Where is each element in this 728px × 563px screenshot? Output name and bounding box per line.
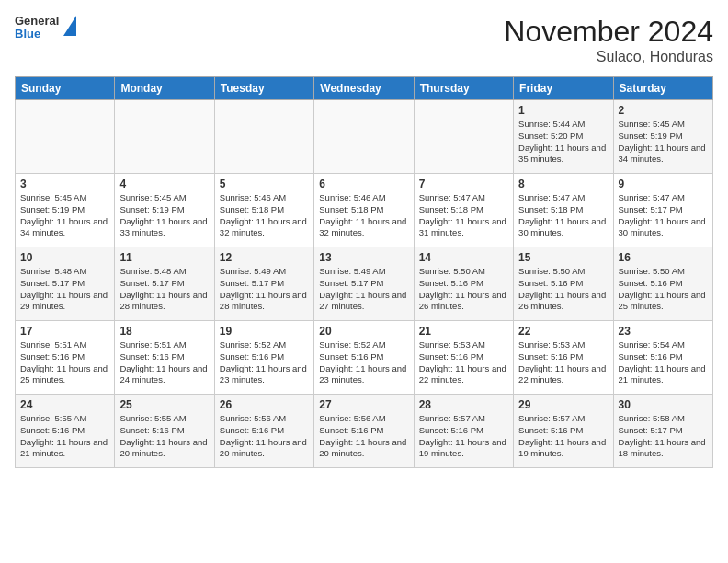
- calendar-cell: 3Sunrise: 5:45 AMSunset: 5:19 PMDaylight…: [16, 174, 115, 247]
- calendar-header-monday: Monday: [115, 77, 214, 100]
- day-info: Sunrise: 5:46 AMSunset: 5:18 PMDaylight:…: [319, 192, 408, 239]
- day-number: 26: [220, 398, 309, 411]
- calendar-cell: 1Sunrise: 5:44 AMSunset: 5:20 PMDaylight…: [514, 100, 613, 174]
- logo-triangle-icon: [63, 16, 76, 36]
- calendar-cell: 9Sunrise: 5:47 AMSunset: 5:17 PMDaylight…: [613, 174, 712, 247]
- day-info: Sunrise: 5:47 AMSunset: 5:18 PMDaylight:…: [419, 192, 508, 239]
- page: General Blue November 2024 Sulaco, Hondu…: [0, 0, 728, 477]
- calendar-header-thursday: Thursday: [414, 77, 513, 100]
- day-info: Sunrise: 5:51 AMSunset: 5:16 PMDaylight:…: [20, 339, 109, 386]
- day-number: 6: [319, 178, 408, 190]
- day-number: 28: [419, 398, 508, 411]
- title-block: November 2024 Sulaco, Honduras: [504, 15, 713, 65]
- calendar-cell: 19Sunrise: 5:52 AMSunset: 5:16 PMDayligh…: [214, 321, 313, 395]
- calendar-cell: 20Sunrise: 5:52 AMSunset: 5:16 PMDayligh…: [314, 321, 414, 395]
- day-number: 10: [20, 251, 109, 264]
- calendar-cell: 25Sunrise: 5:55 AMSunset: 5:16 PMDayligh…: [115, 395, 214, 468]
- day-number: 21: [419, 325, 508, 338]
- day-number: 18: [119, 325, 209, 338]
- day-number: 24: [20, 398, 109, 411]
- calendar-header-sunday: Sunday: [16, 77, 115, 100]
- day-info: Sunrise: 5:57 AMSunset: 5:16 PMDaylight:…: [419, 413, 508, 460]
- day-info: Sunrise: 5:53 AMSunset: 5:16 PMDaylight:…: [518, 339, 608, 386]
- calendar-week-row: 24Sunrise: 5:55 AMSunset: 5:16 PMDayligh…: [16, 395, 713, 468]
- day-number: 9: [619, 178, 708, 190]
- day-number: 3: [20, 178, 109, 190]
- day-info: Sunrise: 5:55 AMSunset: 5:16 PMDaylight:…: [119, 413, 209, 460]
- day-info: Sunrise: 5:56 AMSunset: 5:16 PMDaylight:…: [319, 413, 408, 460]
- day-number: 13: [319, 251, 408, 264]
- day-number: 27: [319, 398, 408, 411]
- day-info: Sunrise: 5:45 AMSunset: 5:19 PMDaylight:…: [20, 192, 109, 239]
- calendar-cell: 21Sunrise: 5:53 AMSunset: 5:16 PMDayligh…: [414, 321, 513, 395]
- calendar-week-row: 17Sunrise: 5:51 AMSunset: 5:16 PMDayligh…: [16, 321, 713, 395]
- day-number: 5: [220, 178, 309, 190]
- day-number: 1: [518, 104, 608, 117]
- calendar-cell: 26Sunrise: 5:56 AMSunset: 5:16 PMDayligh…: [214, 395, 313, 468]
- day-info: Sunrise: 5:53 AMSunset: 5:16 PMDaylight:…: [419, 339, 508, 386]
- day-info: Sunrise: 5:50 AMSunset: 5:16 PMDaylight:…: [518, 266, 608, 313]
- calendar-week-row: 10Sunrise: 5:48 AMSunset: 5:17 PMDayligh…: [16, 247, 713, 321]
- day-info: Sunrise: 5:49 AMSunset: 5:17 PMDaylight:…: [220, 266, 309, 313]
- calendar-header-row: SundayMondayTuesdayWednesdayThursdayFrid…: [16, 77, 713, 100]
- calendar-cell: 30Sunrise: 5:58 AMSunset: 5:17 PMDayligh…: [613, 395, 712, 468]
- day-number: 11: [119, 251, 209, 264]
- calendar-header-saturday: Saturday: [613, 77, 712, 100]
- day-number: 4: [119, 178, 209, 190]
- calendar-cell: 16Sunrise: 5:50 AMSunset: 5:16 PMDayligh…: [613, 247, 712, 321]
- day-number: 8: [518, 178, 608, 190]
- calendar-week-row: 3Sunrise: 5:45 AMSunset: 5:19 PMDaylight…: [16, 174, 713, 247]
- calendar-cell: [314, 100, 414, 174]
- calendar-cell: 15Sunrise: 5:50 AMSunset: 5:16 PMDayligh…: [514, 247, 613, 321]
- day-info: Sunrise: 5:47 AMSunset: 5:17 PMDaylight:…: [619, 192, 708, 239]
- calendar-cell: 10Sunrise: 5:48 AMSunset: 5:17 PMDayligh…: [16, 247, 115, 321]
- day-number: 30: [619, 398, 708, 411]
- day-info: Sunrise: 5:52 AMSunset: 5:16 PMDaylight:…: [220, 339, 309, 386]
- day-info: Sunrise: 5:49 AMSunset: 5:17 PMDaylight:…: [319, 266, 408, 313]
- logo-blue: Blue: [15, 28, 59, 40]
- calendar-cell: 17Sunrise: 5:51 AMSunset: 5:16 PMDayligh…: [16, 321, 115, 395]
- calendar-cell: [414, 100, 513, 174]
- calendar-cell: 28Sunrise: 5:57 AMSunset: 5:16 PMDayligh…: [414, 395, 513, 468]
- calendar-cell: 6Sunrise: 5:46 AMSunset: 5:18 PMDaylight…: [314, 174, 414, 247]
- day-number: 25: [119, 398, 209, 411]
- page-title: November 2024: [504, 15, 713, 49]
- calendar-cell: [214, 100, 313, 174]
- day-number: 15: [518, 251, 608, 264]
- day-info: Sunrise: 5:45 AMSunset: 5:19 PMDaylight:…: [119, 192, 209, 239]
- day-number: 23: [619, 325, 708, 338]
- calendar-cell: 12Sunrise: 5:49 AMSunset: 5:17 PMDayligh…: [214, 247, 313, 321]
- day-info: Sunrise: 5:57 AMSunset: 5:16 PMDaylight:…: [518, 413, 608, 460]
- calendar-cell: 23Sunrise: 5:54 AMSunset: 5:16 PMDayligh…: [613, 321, 712, 395]
- calendar-cell: 4Sunrise: 5:45 AMSunset: 5:19 PMDaylight…: [115, 174, 214, 247]
- calendar-header-tuesday: Tuesday: [214, 77, 313, 100]
- day-number: 7: [419, 178, 508, 190]
- calendar-cell: 27Sunrise: 5:56 AMSunset: 5:16 PMDayligh…: [314, 395, 414, 468]
- day-number: 19: [220, 325, 309, 338]
- logo: General Blue: [15, 15, 76, 41]
- calendar-cell: 29Sunrise: 5:57 AMSunset: 5:16 PMDayligh…: [514, 395, 613, 468]
- day-number: 29: [518, 398, 608, 411]
- day-number: 22: [518, 325, 608, 338]
- day-info: Sunrise: 5:51 AMSunset: 5:16 PMDaylight:…: [119, 339, 209, 386]
- calendar: SundayMondayTuesdayWednesdayThursdayFrid…: [15, 76, 713, 468]
- day-number: 2: [619, 104, 708, 117]
- calendar-cell: 8Sunrise: 5:47 AMSunset: 5:18 PMDaylight…: [514, 174, 613, 247]
- day-info: Sunrise: 5:52 AMSunset: 5:16 PMDaylight:…: [319, 339, 408, 386]
- calendar-cell: 22Sunrise: 5:53 AMSunset: 5:16 PMDayligh…: [514, 321, 613, 395]
- day-info: Sunrise: 5:45 AMSunset: 5:19 PMDaylight:…: [619, 119, 708, 166]
- calendar-cell: [115, 100, 214, 174]
- day-info: Sunrise: 5:50 AMSunset: 5:16 PMDaylight:…: [619, 266, 708, 313]
- calendar-cell: 18Sunrise: 5:51 AMSunset: 5:16 PMDayligh…: [115, 321, 214, 395]
- day-number: 17: [20, 325, 109, 338]
- calendar-cell: 7Sunrise: 5:47 AMSunset: 5:18 PMDaylight…: [414, 174, 513, 247]
- calendar-week-row: 1Sunrise: 5:44 AMSunset: 5:20 PMDaylight…: [16, 100, 713, 174]
- day-number: 12: [220, 251, 309, 264]
- day-info: Sunrise: 5:56 AMSunset: 5:16 PMDaylight:…: [220, 413, 309, 460]
- header: General Blue November 2024 Sulaco, Hondu…: [15, 15, 713, 65]
- day-info: Sunrise: 5:58 AMSunset: 5:17 PMDaylight:…: [619, 413, 708, 460]
- calendar-cell: 13Sunrise: 5:49 AMSunset: 5:17 PMDayligh…: [314, 247, 414, 321]
- logo-text: General Blue: [15, 15, 59, 41]
- day-info: Sunrise: 5:47 AMSunset: 5:18 PMDaylight:…: [518, 192, 608, 239]
- calendar-cell: 5Sunrise: 5:46 AMSunset: 5:18 PMDaylight…: [214, 174, 313, 247]
